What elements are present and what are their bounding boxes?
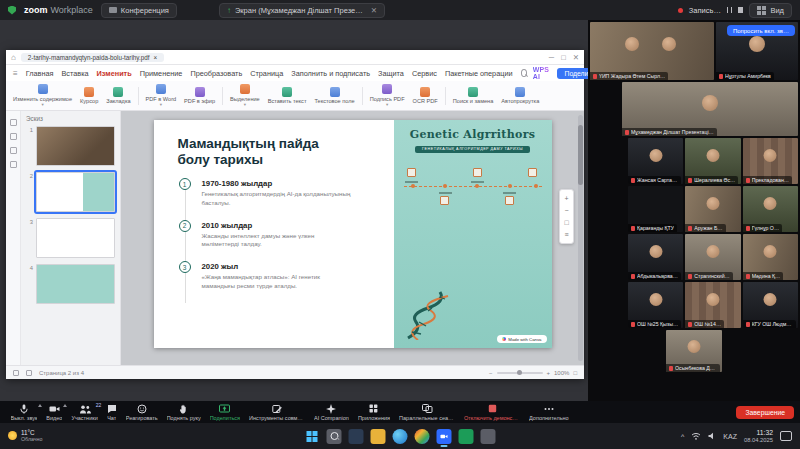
more-button[interactable]: Дополнительно — [525, 401, 574, 423]
navigation-icon[interactable] — [13, 370, 19, 376]
participant-tile[interactable]: Абдыкалықова… — [628, 234, 683, 280]
wps-menu-tab[interactable]: Изменить — [97, 69, 132, 78]
wps-menu-tab[interactable]: Заполнить и подписать — [291, 69, 370, 78]
weather-widget[interactable]: 11°CОблачно — [8, 430, 42, 443]
page-thumbnail[interactable]: 3 — [26, 218, 115, 258]
document-scrollbar[interactable] — [578, 115, 583, 361]
wps-menu-tab[interactable]: Страница — [250, 69, 283, 78]
collab-tools-button[interactable]: Инструменты совместного… — [245, 401, 310, 423]
participant-tile[interactable]: Жансая Сартаева — [628, 138, 683, 184]
participant-tile[interactable]: Гүлнұр О… — [743, 186, 798, 232]
zoom-slider[interactable] — [497, 372, 543, 374]
notification-center-icon[interactable] — [780, 431, 792, 441]
chat-button[interactable]: Чат — [102, 401, 121, 423]
wps-ai-button[interactable]: WPS AI — [533, 66, 551, 80]
wps-tool[interactable]: Изменить содержимое — [10, 83, 75, 108]
participant-tile[interactable]: КГУ ОШ Людмила… — [743, 282, 798, 328]
zoom-in-icon[interactable]: + — [564, 195, 568, 202]
participant-tile[interactable]: Осынбекова До… — [666, 330, 722, 372]
stop-share-button[interactable]: Отключить демонстрацию — [460, 401, 525, 423]
apps-button[interactable]: Приложения — [353, 401, 394, 423]
raise-hand-button[interactable]: Поднять руку — [162, 401, 205, 423]
ask-to-unmute-button[interactable]: Попросить вкл. зв… — [727, 25, 795, 36]
task-view-button[interactable] — [349, 429, 364, 444]
home-icon[interactable]: ⌂ — [11, 53, 16, 62]
settings-button[interactable] — [481, 429, 496, 444]
wps-tool[interactable]: Курсор — [77, 86, 101, 106]
breakout-rooms-button[interactable]: Параллельные сеансы — [395, 401, 460, 423]
wps-menu-tab[interactable]: Применение — [140, 69, 183, 78]
chrome-browser-button[interactable] — [415, 429, 430, 444]
bookmarks-icon[interactable] — [10, 147, 17, 154]
page-thumbnail[interactable]: 1 — [26, 126, 115, 166]
wps-tool[interactable]: OCR PDF — [410, 86, 441, 106]
ai-companion-button[interactable]: AI Companion — [310, 401, 354, 423]
excel-app-button[interactable] — [459, 429, 474, 444]
end-meeting-button[interactable]: Завершение — [736, 406, 794, 419]
wps-menu-tab[interactable]: Вставка — [61, 69, 88, 78]
volume-icon[interactable] — [708, 432, 716, 441]
wps-menu-tab[interactable]: Пакетные операции — [445, 69, 513, 78]
annotate-icon[interactable]: ≡ — [564, 231, 568, 238]
participant-tile[interactable]: Страгинский… — [685, 234, 740, 280]
zoom-app-button[interactable] — [437, 429, 452, 444]
close-window-icon[interactable]: ✕ — [573, 53, 579, 62]
stop-recording-icon[interactable] — [738, 7, 744, 13]
thumbnail-icon[interactable] — [10, 133, 17, 140]
participants-button[interactable]: 22 Участники — [67, 401, 102, 423]
search-button[interactable] — [327, 429, 342, 444]
close-share-icon[interactable]: ✕ — [371, 6, 377, 15]
view-button[interactable]: Вид — [749, 3, 792, 18]
participant-tile[interactable]: ҮИП Жадыра Өтем Сырл… — [590, 22, 714, 80]
start-button[interactable] — [305, 429, 320, 444]
share-screen-button[interactable]: Поделиться — [205, 401, 244, 423]
meeting-tab[interactable]: Конференция — [101, 3, 177, 18]
wps-menu-tab[interactable]: Главная — [26, 69, 54, 78]
wps-tool[interactable]: Закладка — [103, 86, 133, 106]
wps-menu-tab[interactable]: Сервис — [412, 69, 437, 78]
pause-recording-icon[interactable] — [727, 7, 732, 13]
participant-tile[interactable]: ОШ №14… — [685, 282, 740, 328]
security-shield-icon[interactable] — [8, 6, 16, 15]
wps-tool[interactable]: Выделение — [227, 83, 263, 108]
participant-tile[interactable]: Аружан Б… — [685, 186, 740, 232]
zoom-in-button[interactable]: + — [547, 370, 551, 376]
wifi-icon[interactable] — [691, 432, 701, 441]
annotations-icon[interactable] — [10, 161, 17, 168]
page-thumbnail[interactable]: 4 — [26, 264, 115, 304]
language-indicator[interactable]: KAZ — [723, 433, 737, 440]
tray-expand-icon[interactable]: ^ — [681, 433, 684, 440]
wps-tool[interactable]: Поиск и замена — [450, 86, 497, 106]
participant-tile[interactable]: Прекладован… — [743, 138, 798, 184]
wps-tool[interactable]: PDF в эфир — [181, 86, 218, 106]
wps-tool[interactable]: Подпись PDF — [367, 83, 408, 108]
mute-button[interactable]: Выкл. звук — [6, 401, 42, 423]
wps-tool[interactable]: Текстовое поле — [311, 86, 357, 106]
participant-tile[interactable]: ОШ №25 Қызылорда — [628, 282, 683, 328]
wps-menu-tab[interactable]: Преобразовать — [190, 69, 242, 78]
fullscreen-icon[interactable]: □ — [573, 370, 577, 376]
wps-tool[interactable]: PDF в Word — [143, 83, 180, 108]
maximize-icon[interactable]: □ — [561, 53, 566, 62]
participant-tile[interactable]: Мұхамеджан Ділшат Презентаці… — [622, 82, 798, 136]
file-explorer-button[interactable] — [371, 429, 386, 444]
minimize-icon[interactable]: ─ — [549, 53, 554, 62]
bookmark-nav-icon[interactable] — [26, 370, 32, 376]
document-tab[interactable]: 2-tarihy-mamandyqtyn-paida-bolu-tarihy.p… — [21, 53, 164, 62]
close-tab-icon[interactable]: × — [154, 54, 158, 61]
screen-share-indicator[interactable]: ↑Экран (Мұхамеджан Ділшат Презе…✕ — [219, 3, 385, 18]
zoom-out-button[interactable]: − — [489, 370, 493, 376]
wps-tool[interactable]: Вставить текст — [265, 86, 310, 106]
page-thumbnail[interactable]: 2 — [26, 172, 115, 212]
participant-tile[interactable]: Мәдина Қ… — [743, 234, 798, 280]
outline-icon[interactable] — [10, 119, 17, 126]
wps-menu-tab[interactable]: Защита — [378, 69, 404, 78]
participant-tile[interactable]: Шералиева Әсем… — [685, 138, 740, 184]
taskbar-clock[interactable]: 11:32 08.04.2025 — [744, 429, 773, 443]
menu-hamburger-icon[interactable]: ≡ — [13, 69, 18, 78]
video-button[interactable]: Видео — [42, 401, 67, 423]
edge-browser-button[interactable] — [393, 429, 408, 444]
search-icon[interactable] — [521, 69, 527, 77]
participant-tile[interactable]: Қарағанды ҚТУ — [628, 186, 683, 232]
fit-page-icon[interactable]: □ — [564, 219, 568, 226]
